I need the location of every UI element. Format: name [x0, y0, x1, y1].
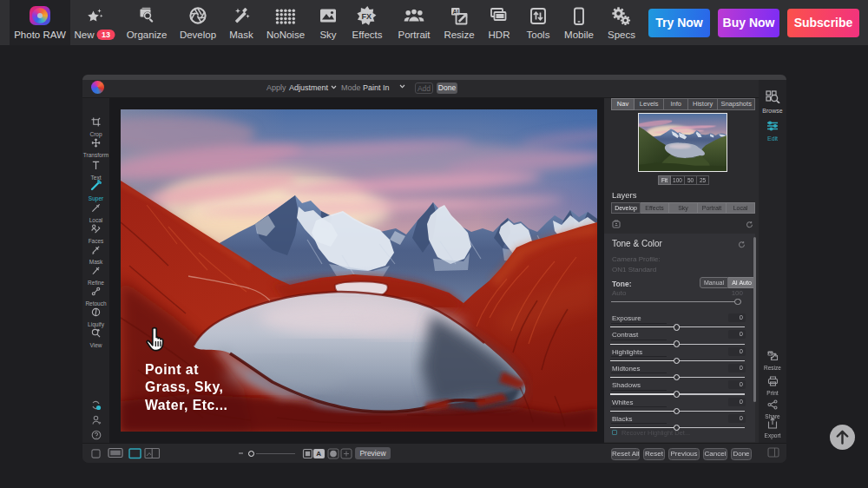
svg-text:AI: AI — [768, 352, 772, 356]
svg-text:FX: FX — [361, 12, 372, 21]
